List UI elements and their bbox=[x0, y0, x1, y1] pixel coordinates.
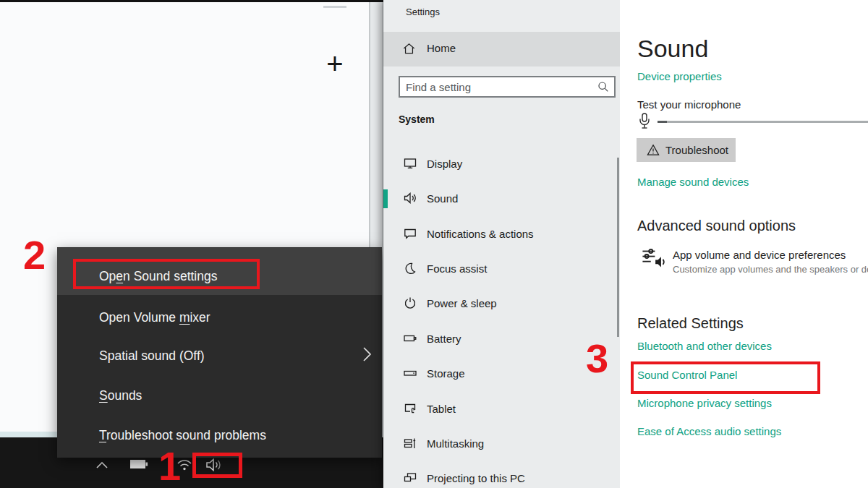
chevron-up-icon[interactable] bbox=[95, 460, 109, 470]
sidebar-item-power-sleep[interactable]: Power & sleep bbox=[383, 286, 620, 321]
sidebar-item-label: Focus assist bbox=[427, 262, 487, 275]
menu-item-text: ounds bbox=[108, 388, 142, 403]
related-settings-heading: Related Settings bbox=[637, 315, 744, 332]
sidebar-item-home[interactable]: Home bbox=[383, 32, 620, 67]
sidebar-item-notifications[interactable]: Notifications & actions bbox=[383, 217, 620, 252]
sidebar-item-label: Display bbox=[427, 158, 462, 170]
menu-item-sounds[interactable]: Sounds bbox=[99, 388, 142, 403]
manage-sound-devices-link[interactable]: Manage sound devices bbox=[637, 176, 749, 188]
new-tab-plus-icon[interactable]: + bbox=[317, 46, 353, 82]
microphone-level-fill bbox=[658, 121, 667, 123]
test-microphone-label: Test your microphone bbox=[637, 98, 741, 111]
home-icon bbox=[402, 42, 416, 56]
storage-icon bbox=[403, 366, 417, 380]
app-volume-link[interactable]: App volume and device preferences bbox=[673, 249, 846, 261]
tablet-icon bbox=[403, 401, 417, 416]
menu-item-text: Open Volume bbox=[99, 310, 179, 325]
menu-item-text: roubleshoot sound problems bbox=[106, 428, 266, 442]
advanced-sound-options-heading: Advanced sound options bbox=[637, 218, 796, 234]
annotation-step-1: 1 bbox=[158, 446, 181, 487]
sidebar-item-display[interactable]: Display bbox=[383, 147, 620, 181]
bluetooth-devices-link[interactable]: Bluetooth and other devices bbox=[637, 340, 772, 352]
search-input[interactable] bbox=[406, 77, 590, 96]
sidebar-scrollbar[interactable] bbox=[617, 158, 619, 337]
sidebar-item-label: Sound bbox=[427, 192, 458, 205]
focus-assist-icon bbox=[403, 261, 417, 275]
ease-of-access-audio-link[interactable]: Ease of Access audio settings bbox=[637, 425, 781, 437]
battery-icon bbox=[403, 331, 417, 346]
window-title: Settings bbox=[406, 7, 440, 17]
tab-dash bbox=[323, 6, 346, 8]
device-properties-link[interactable]: Device properties bbox=[637, 70, 722, 82]
sidebar-item-label: Battery bbox=[427, 333, 461, 345]
app-volume-icon bbox=[642, 246, 666, 269]
microphone-privacy-link[interactable]: Microphone privacy settings bbox=[637, 397, 772, 409]
sidebar-item-label: Notifications & actions bbox=[427, 228, 534, 240]
warning-icon bbox=[646, 143, 660, 157]
annotation-step-2: 2 bbox=[23, 235, 46, 275]
search-box bbox=[399, 76, 616, 98]
menu-item-text: Spatial sound (Off) bbox=[99, 348, 205, 363]
app-volume-subtitle: Customize app volumes and the speakers o… bbox=[673, 264, 868, 275]
projecting-icon bbox=[403, 471, 417, 485]
page-title: Sound bbox=[637, 35, 708, 63]
sidebar-item-projecting[interactable]: Projecting to this PC bbox=[383, 461, 620, 488]
sound-settings-page: Sound Device properties Test your microp… bbox=[620, 0, 868, 488]
multitasking-icon bbox=[403, 436, 417, 450]
sidebar-item-label: Power & sleep bbox=[427, 297, 497, 309]
menu-item-open-volume-mixer[interactable]: Open Volume mixer bbox=[99, 310, 210, 325]
microphone-icon bbox=[637, 112, 652, 132]
selected-item-accent bbox=[383, 189, 388, 208]
sidebar-item-label: Multitasking bbox=[427, 437, 484, 450]
microphone-level-meter bbox=[658, 121, 868, 123]
annotation-step-3: 3 bbox=[586, 338, 608, 379]
menu-item-text: ixer bbox=[190, 310, 210, 325]
menu-item-troubleshoot-sound[interactable]: Troubleshoot sound problems bbox=[99, 428, 266, 443]
annotation-box-open-sound-settings bbox=[73, 259, 260, 289]
sidebar-item-battery[interactable]: Battery bbox=[383, 322, 620, 356]
sidebar-item-label: Home bbox=[427, 42, 456, 54]
sidebar-item-label: Storage bbox=[427, 367, 465, 380]
sidebar-item-label: Tablet bbox=[427, 403, 456, 415]
chevron-right-icon bbox=[362, 346, 372, 362]
menu-item-accesskey: T bbox=[99, 428, 106, 442]
sidebar-item-focus-assist[interactable]: Focus assist bbox=[383, 252, 620, 286]
menu-item-spatial-sound[interactable]: Spatial sound (Off) bbox=[99, 348, 205, 364]
sidebar-item-label: Projecting to this PC bbox=[427, 472, 525, 484]
display-icon bbox=[403, 156, 417, 171]
sidebar-section-heading: System bbox=[399, 114, 435, 125]
sound-icon bbox=[403, 191, 417, 205]
notifications-icon bbox=[403, 226, 417, 241]
troubleshoot-button[interactable]: Troubleshoot bbox=[637, 138, 736, 162]
annotation-box-speaker-icon bbox=[192, 453, 242, 478]
power-icon bbox=[403, 296, 417, 310]
settings-sidebar: Settings Home System bbox=[383, 0, 620, 488]
annotation-box-sound-control-panel bbox=[631, 361, 820, 394]
search-icon[interactable] bbox=[597, 80, 610, 93]
sidebar-item-sound[interactable]: Sound bbox=[383, 181, 620, 216]
menu-item-accesskey: m bbox=[179, 310, 190, 325]
menu-item-accesskey: S bbox=[99, 388, 108, 403]
settings-window: Settings Home System bbox=[383, 0, 868, 488]
battery-icon[interactable] bbox=[129, 458, 149, 471]
troubleshoot-button-label: Troubleshoot bbox=[665, 144, 728, 156]
screenshot-stage: + bbox=[0, 0, 868, 488]
settings-titlebar: Settings bbox=[383, 0, 620, 32]
sidebar-item-multitasking[interactable]: Multitasking bbox=[383, 427, 620, 461]
sidebar-item-tablet[interactable]: Tablet bbox=[383, 392, 620, 427]
sidebar-item-storage[interactable]: Storage bbox=[383, 356, 620, 391]
